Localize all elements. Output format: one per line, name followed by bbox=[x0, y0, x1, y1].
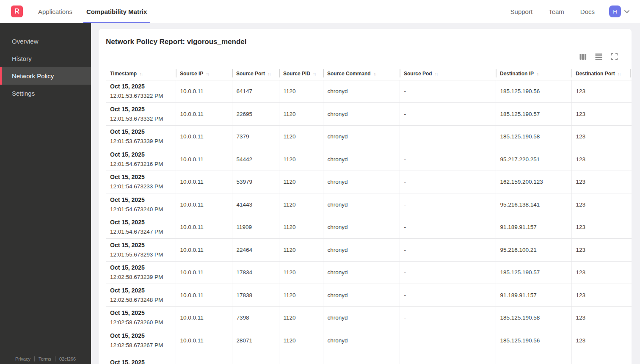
cell-source-pid: 1120 bbox=[279, 284, 323, 307]
docs-link[interactable]: Docs bbox=[580, 8, 595, 15]
sidebar-item-settings[interactable]: Settings bbox=[0, 85, 91, 102]
timestamp-date: Oct 15, 2025 bbox=[110, 332, 176, 340]
terms-link[interactable]: Terms bbox=[39, 356, 51, 361]
cell-source-command: chronyd bbox=[323, 103, 400, 126]
table-row[interactable]: Oct 15, 2025 12:01:53.673322 PM 10.0.0.1… bbox=[106, 80, 632, 103]
cell-source-pod: - bbox=[400, 329, 496, 352]
timestamp-time: 12:02:58.673260 PM bbox=[110, 318, 176, 326]
cell-source-pid: 1120 bbox=[279, 103, 323, 126]
cell-clipped bbox=[630, 216, 632, 239]
sidebar-item-history[interactable]: History bbox=[0, 50, 91, 67]
cell-source-ip: 10.0.0.11 bbox=[176, 103, 232, 126]
timestamp-date: Oct 15, 2025 bbox=[110, 196, 176, 204]
build-id: 02cf266 bbox=[59, 356, 76, 361]
timestamp-date: Oct 15, 2025 bbox=[110, 128, 176, 136]
cell-source-pid: 1120 bbox=[279, 239, 323, 262]
cell-source-pod: - bbox=[400, 306, 496, 329]
cell-source-ip bbox=[176, 352, 232, 364]
cell-destination-ip: 185.125.190.57 bbox=[496, 103, 571, 126]
sidebar-item-overview[interactable]: Overview bbox=[0, 33, 91, 50]
column-header-source-command[interactable]: Source Command↑↓ bbox=[323, 67, 400, 80]
table-row[interactable]: Oct 15, 2025 bbox=[106, 352, 632, 364]
chevron-down-icon[interactable] bbox=[623, 8, 631, 15]
rows-icon[interactable] bbox=[595, 53, 602, 60]
columns-icon[interactable] bbox=[579, 53, 587, 60]
cell-destination-ip: 185.125.190.56 bbox=[496, 80, 571, 103]
column-header-source-pid[interactable]: Source PID↑↓ bbox=[279, 67, 323, 80]
avatar[interactable]: H bbox=[609, 6, 621, 17]
cell-source-pod: - bbox=[400, 284, 496, 307]
timestamp-time: 12:01:53.673332 PM bbox=[110, 115, 176, 123]
cell-destination-port: 123 bbox=[571, 261, 630, 284]
cell-source-port: 7379 bbox=[232, 125, 279, 148]
fullscreen-icon[interactable] bbox=[611, 53, 618, 60]
table-row[interactable]: Oct 15, 2025 12:02:58.673248 PM 10.0.0.1… bbox=[106, 284, 632, 307]
cell-source-pid: 1120 bbox=[279, 306, 323, 329]
table-row[interactable]: Oct 15, 2025 12:01:54.673233 PM 10.0.0.1… bbox=[106, 171, 632, 193]
cell-source-port: 41443 bbox=[232, 193, 279, 216]
cell-destination-port: 123 bbox=[571, 148, 630, 171]
cell-source-port: 17834 bbox=[232, 261, 279, 284]
cell-timestamp: Oct 15, 2025 12:02:58.673267 PM bbox=[106, 329, 176, 352]
cell-source-port bbox=[232, 352, 279, 364]
table-row[interactable]: Oct 15, 2025 12:01:53.673332 PM 10.0.0.1… bbox=[106, 103, 632, 126]
column-header-destination-ip[interactable]: Destination IP↑↓ bbox=[496, 67, 571, 80]
cell-source-port: 22695 bbox=[232, 103, 279, 126]
table-row[interactable]: Oct 15, 2025 12:01:53.673339 PM 10.0.0.1… bbox=[106, 125, 632, 148]
cell-source-command: chronyd bbox=[323, 284, 400, 307]
divider bbox=[55, 356, 55, 361]
cell-destination-port: 123 bbox=[571, 193, 630, 216]
table-row[interactable]: Oct 15, 2025 12:01:54.673216 PM 10.0.0.1… bbox=[106, 148, 632, 171]
support-link[interactable]: Support bbox=[510, 8, 533, 15]
cell-timestamp: Oct 15, 2025 12:01:55.673293 PM bbox=[106, 239, 176, 262]
app-logo[interactable]: R bbox=[11, 6, 23, 17]
table-row[interactable]: Oct 15, 2025 12:02:58.673260 PM 10.0.0.1… bbox=[106, 306, 632, 329]
cell-destination-port: 123 bbox=[571, 103, 630, 126]
timestamp-date: Oct 15, 2025 bbox=[110, 264, 176, 272]
cell-source-ip: 10.0.0.11 bbox=[176, 171, 232, 193]
tab-compatibility-matrix[interactable]: Compatibility Matrix bbox=[83, 0, 150, 23]
table-row[interactable]: Oct 15, 2025 12:01:54.673247 PM 10.0.0.1… bbox=[106, 216, 632, 239]
cell-destination-port: 123 bbox=[571, 329, 630, 352]
sort-icon: ↑↓ bbox=[536, 71, 539, 76]
page-title: Network Policy Report: vigorous_mendel bbox=[106, 29, 632, 46]
column-header-destination-port[interactable]: Destination Port↑↓ bbox=[571, 67, 630, 80]
cell-source-pod: - bbox=[400, 216, 496, 239]
cell-source-command: chronyd bbox=[323, 329, 400, 352]
cell-destination-port: 123 bbox=[571, 239, 630, 262]
cell-destination-port bbox=[571, 352, 630, 364]
table-header-row: Timestamp↑↓ Source IP↑↓ Source Port↑↓ So… bbox=[106, 67, 632, 80]
column-header-timestamp[interactable]: Timestamp↑↓ bbox=[106, 67, 176, 80]
cell-source-ip: 10.0.0.11 bbox=[176, 284, 232, 307]
column-header-source-pod[interactable]: Source Pod↑↓ bbox=[400, 67, 496, 80]
sidebar-item-network-policy[interactable]: Network Policy bbox=[0, 67, 91, 85]
cell-clipped bbox=[630, 103, 632, 126]
cell-source-port: 28071 bbox=[232, 329, 279, 352]
table-row[interactable]: Oct 15, 2025 12:02:58.673267 PM 10.0.0.1… bbox=[106, 329, 632, 352]
sort-icon: ↑↓ bbox=[268, 71, 270, 76]
sidebar-footer: Privacy Terms 02cf266 bbox=[0, 356, 91, 361]
cell-source-command: chronyd bbox=[323, 171, 400, 193]
cell-source-port: 22464 bbox=[232, 239, 279, 262]
user-menu[interactable]: H bbox=[609, 6, 631, 17]
cell-timestamp: Oct 15, 2025 12:01:54.673233 PM bbox=[106, 171, 176, 193]
sort-icon: ↑↓ bbox=[139, 71, 142, 76]
team-link[interactable]: Team bbox=[549, 8, 564, 15]
timestamp-time: 12:01:54.673233 PM bbox=[110, 182, 176, 190]
timestamp-time: 12:02:58.673239 PM bbox=[110, 273, 176, 281]
tab-applications[interactable]: Applications bbox=[35, 0, 76, 23]
cell-destination-ip: 95.217.220.251 bbox=[496, 148, 571, 171]
cell-source-pid: 1120 bbox=[279, 148, 323, 171]
cell-source-pod: - bbox=[400, 125, 496, 148]
table-row[interactable]: Oct 15, 2025 12:01:55.673293 PM 10.0.0.1… bbox=[106, 239, 632, 262]
privacy-link[interactable]: Privacy bbox=[15, 356, 30, 361]
cell-source-command: chronyd bbox=[323, 216, 400, 239]
column-header-source-port[interactable]: Source Port↑↓ bbox=[232, 67, 279, 80]
table-row[interactable]: Oct 15, 2025 12:01:54.673240 PM 10.0.0.1… bbox=[106, 193, 632, 216]
cell-timestamp: Oct 15, 2025 12:01:53.673332 PM bbox=[106, 103, 176, 126]
timestamp-date: Oct 15, 2025 bbox=[110, 151, 176, 159]
column-header-source-ip[interactable]: Source IP↑↓ bbox=[176, 67, 232, 80]
cell-clipped bbox=[630, 193, 632, 216]
cell-source-command: chronyd bbox=[323, 148, 400, 171]
table-row[interactable]: Oct 15, 2025 12:02:58.673239 PM 10.0.0.1… bbox=[106, 261, 632, 284]
